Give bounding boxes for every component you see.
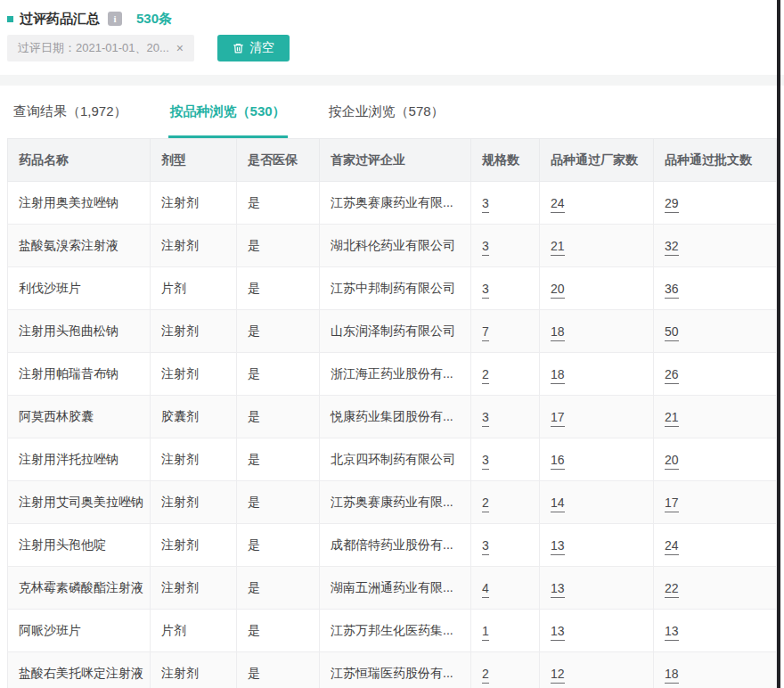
spec-count-link[interactable]: 3 [482,282,489,299]
cell-manufacturer-count: 18 [540,310,654,353]
spec-count-link[interactable]: 4 [482,581,489,598]
cell-approval-count: 24 [654,524,777,567]
cell-spec-count: 3 [471,182,540,225]
approval-count-link[interactable]: 17 [665,496,679,512]
spec-count-link[interactable]: 3 [482,538,489,555]
column-header: 品种通过厂家数 [540,139,654,182]
cell-form: 注射剂 [151,524,237,567]
cell-manufacturer-count: 24 [540,182,654,225]
cell-manufacturer-count: 20 [540,267,654,310]
chip-close-icon[interactable]: × [176,42,184,54]
cell-insured: 是 [237,353,320,396]
cell-spec-count: 3 [471,225,540,267]
approval-count-link[interactable]: 32 [665,239,679,256]
manufacturer-count-link[interactable]: 13 [551,624,565,641]
cell-approval-count: 20 [654,438,777,481]
cell-insured: 是 [237,396,320,438]
manufacturer-count-link[interactable]: 14 [551,496,565,512]
cell-name: 阿哌沙班片 [8,610,151,652]
spec-count-link[interactable]: 1 [482,624,489,641]
cell-spec-count: 2 [471,353,540,396]
manufacturer-count-link[interactable]: 18 [551,324,565,341]
manufacturer-count-link[interactable]: 16 [551,453,565,470]
tab-query-results[interactable]: 查询结果（1,972） [12,86,129,138]
approval-count-link[interactable]: 13 [665,624,679,641]
overall-approved-drugs-panel: 过评药品汇总 i 530条 过评日期：2021-01-01、20... × 清空… [0,0,784,688]
cell-approval-count: 13 [654,610,777,652]
manufacturer-count-link[interactable]: 24 [551,196,565,213]
tab-by-variety[interactable]: 按品种浏览（530） [168,86,288,138]
table-row: 注射用泮托拉唑钠注射剂是北京四环制药有限公司31620 [8,438,777,481]
cell-form: 注射剂 [151,652,237,688]
cell-manufacturer-count: 13 [540,610,654,652]
cell-form: 注射剂 [151,438,237,481]
cell-manufacturer-count: 18 [540,353,654,396]
manufacturer-count-link[interactable]: 21 [551,239,565,256]
approval-count-link[interactable]: 50 [665,324,679,341]
spec-count-link[interactable]: 2 [482,367,489,384]
spec-count-link[interactable]: 2 [482,496,489,512]
approval-count-link[interactable]: 29 [665,196,679,213]
tab-by-company[interactable]: 按企业浏览（578） [327,86,446,138]
cell-name: 阿莫西林胶囊 [8,396,151,438]
table-row: 注射用头孢曲松钠注射剂是山东润泽制药有限公司71850 [8,310,777,353]
approval-count-link[interactable]: 26 [665,367,679,384]
cell-approval-count: 22 [654,567,777,610]
spec-count-link[interactable]: 2 [482,667,489,684]
cell-insured: 是 [237,310,320,353]
manufacturer-count-link[interactable]: 13 [551,538,565,555]
clear-button[interactable]: 清空 [217,35,290,61]
cell-manufacturer-count: 12 [540,652,654,688]
table-row: 阿哌沙班片片剂是江苏万邦生化医药集...11313 [8,610,777,652]
cell-first-company: 湖北科伦药业有限公司 [320,225,471,267]
date-filter-chip[interactable]: 过评日期：2021-01-01、20... × [7,35,194,61]
filter-bar: 过评日期：2021-01-01、20... × 清空 [7,35,784,61]
approval-count-link[interactable]: 20 [665,453,679,470]
column-header: 首家过评企业 [320,139,471,182]
spec-count-link[interactable]: 3 [482,453,489,470]
approval-count-link[interactable]: 24 [665,538,679,555]
table-row: 盐酸右美托咪定注射液注射剂是江苏恒瑞医药股份有...21218 [8,652,777,688]
cell-first-company: 江苏万邦生化医药集... [320,610,471,652]
manufacturer-count-link[interactable]: 17 [551,410,565,427]
cell-manufacturer-count: 13 [540,524,654,567]
spec-count-link[interactable]: 7 [482,324,489,341]
cell-approval-count: 29 [654,182,777,225]
table-row: 克林霉素磷酸酯注射液注射剂是湖南五洲通药业有限...41322 [8,567,777,610]
table-row: 注射用艾司奥美拉唑钠注射剂是江苏奥赛康药业有限...21417 [8,481,777,524]
cell-manufacturer-count: 17 [540,396,654,438]
cell-form: 注射剂 [151,567,237,610]
approval-count-link[interactable]: 21 [665,410,679,427]
cell-spec-count: 1 [471,610,540,652]
manufacturer-count-link[interactable]: 18 [551,367,565,384]
approval-count-link[interactable]: 18 [665,667,679,684]
drug-summary-table: 药品名称剂型是否医保首家过评企业规格数品种通过厂家数品种通过批文数 注射用奥美拉… [7,138,777,688]
window-edge-line [777,0,780,688]
manufacturer-count-link[interactable]: 13 [551,581,565,598]
cell-form: 注射剂 [151,310,237,353]
title-bullet-icon [7,16,13,22]
cell-first-company: 江苏奥赛康药业有限... [320,182,471,225]
cell-spec-count: 2 [471,481,540,524]
cell-manufacturer-count: 14 [540,481,654,524]
table-row: 注射用奥美拉唑钠注射剂是江苏奥赛康药业有限...32429 [8,182,777,225]
cell-insured: 是 [237,481,320,524]
cell-first-company: 江苏奥赛康药业有限... [320,481,471,524]
column-header: 品种通过批文数 [654,139,777,182]
cell-approval-count: 18 [654,652,777,688]
cell-insured: 是 [237,225,320,267]
spec-count-link[interactable]: 3 [482,196,489,213]
approval-count-link[interactable]: 36 [665,282,679,299]
info-icon[interactable]: i [108,12,122,26]
manufacturer-count-link[interactable]: 12 [551,667,565,684]
cell-name: 盐酸右美托咪定注射液 [8,652,151,688]
manufacturer-count-link[interactable]: 20 [551,282,565,299]
column-header: 是否医保 [237,139,320,182]
approval-count-link[interactable]: 22 [665,581,679,598]
spec-count-link[interactable]: 3 [482,410,489,427]
spec-count-link[interactable]: 3 [482,239,489,256]
table-header-row: 药品名称剂型是否医保首家过评企业规格数品种通过厂家数品种通过批文数 [8,139,777,182]
cell-first-company: 浙江海正药业股份有... [320,353,471,396]
column-header: 剂型 [151,139,237,182]
cell-name: 克林霉素磷酸酯注射液 [8,567,151,610]
